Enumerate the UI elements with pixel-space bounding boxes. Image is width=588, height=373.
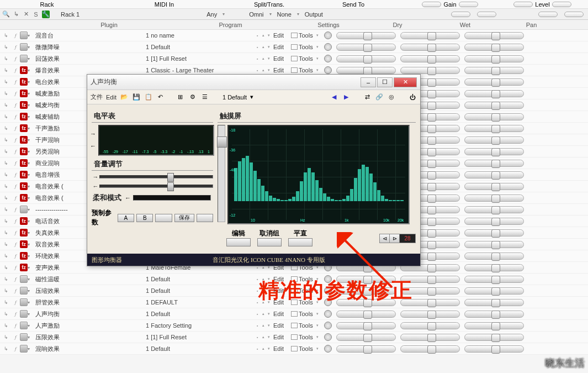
program-name[interactable]: 1 Default [144, 311, 257, 317]
route-icon[interactable]: ↳ [2, 298, 10, 307]
gear-icon[interactable]: ⚙ [188, 93, 197, 102]
pan-slider[interactable] [464, 136, 524, 144]
settings-icon[interactable] [291, 56, 298, 61]
plugin-name[interactable]: 磁性温暖 [33, 275, 144, 283]
route-icon[interactable]: ↳ [2, 43, 10, 51]
fx-icon[interactable]: 𝑓 [12, 78, 20, 86]
route-icon[interactable]: ↳ [2, 148, 10, 156]
pan-slider[interactable] [464, 32, 524, 39]
pan-slider[interactable] [464, 299, 524, 306]
preset-name[interactable]: 1 Default [223, 94, 247, 101]
tools-link[interactable]: Tools [299, 287, 316, 294]
wet-slider[interactable] [400, 276, 460, 283]
plugin-icon[interactable] [20, 31, 28, 39]
dry-knob[interactable] [324, 333, 332, 341]
fx-icon[interactable]: 𝑓 [12, 136, 20, 144]
save-button[interactable]: 保存 [174, 214, 194, 222]
dry-slider[interactable] [336, 67, 396, 74]
close-button[interactable]: ✕ [394, 77, 417, 87]
titlebar[interactable]: 人声均衡 – ☐ ✕ [87, 75, 420, 90]
pan-slider[interactable] [464, 183, 524, 190]
fz-badge[interactable]: fz [20, 217, 28, 225]
tools-link[interactable]: Tools [299, 322, 316, 329]
chevron-down-icon[interactable]: ▾ [28, 184, 33, 189]
plugin-icon[interactable] [20, 310, 28, 318]
tool-icon[interactable]: 🔧 [42, 10, 50, 18]
route-icon[interactable]: ↳ [2, 252, 10, 260]
settings-icon[interactable] [291, 33, 298, 38]
dry-slider[interactable] [336, 311, 396, 318]
link-icon[interactable]: 🔗 [375, 93, 384, 102]
pan-slider[interactable] [464, 125, 524, 132]
chevron-down-icon[interactable]: ▾ [28, 172, 33, 177]
fz-badge[interactable]: fz [20, 252, 28, 260]
chevron-down-icon[interactable]: ▾ [28, 56, 33, 61]
menu-edit[interactable]: Edit [106, 94, 116, 101]
route-icon[interactable]: ↳ [2, 113, 10, 121]
edit-link[interactable]: Edit [273, 67, 290, 73]
chevron-down-icon[interactable]: ▾ [28, 91, 33, 96]
chevron-down-icon[interactable]: ▾ [28, 68, 33, 73]
plugin-icon[interactable] [20, 298, 28, 306]
prev-icon[interactable]: ◀ [330, 93, 338, 102]
power-icon[interactable]: ⏻ [408, 93, 417, 102]
route-icon[interactable]: ↳ [2, 322, 10, 330]
fz-badge[interactable]: fz [20, 113, 28, 120]
chevron-down-icon[interactable]: ▾ [28, 230, 33, 235]
disp-prev[interactable]: ⊲ [380, 234, 390, 243]
maximize-button[interactable]: ☐ [377, 77, 393, 87]
route-icon[interactable]: ↳ [2, 206, 10, 214]
fz-badge[interactable]: fz [20, 182, 28, 190]
wet-slider[interactable] [400, 67, 460, 74]
pan-slider[interactable] [464, 160, 524, 167]
open-icon[interactable]: 📂 [120, 93, 129, 102]
gain-slider[interactable] [477, 12, 496, 17]
fz-badge[interactable]: fz [20, 78, 28, 86]
program-name[interactable]: 1 Default [144, 287, 257, 294]
dots-icon[interactable]: ▪ [257, 45, 262, 49]
pan-slider[interactable] [464, 55, 524, 62]
dry-knob[interactable] [324, 55, 332, 62]
fz-badge[interactable]: fz [20, 194, 28, 202]
pan-slider[interactable] [464, 345, 524, 353]
spacer-button[interactable] [155, 214, 172, 222]
program-name[interactable]: 1 Default [144, 276, 257, 282]
chevron-down-icon[interactable]: ▾ [28, 33, 33, 38]
edit-link[interactable]: Edit [273, 276, 290, 282]
wet-slider[interactable] [400, 334, 460, 341]
dry-knob[interactable] [324, 310, 332, 318]
route-icon[interactable]: ↳ [2, 194, 10, 202]
fz-badge[interactable]: fz [20, 240, 28, 248]
program-name[interactable]: 1 no name [144, 32, 257, 39]
fz-badge[interactable]: fz [20, 229, 28, 237]
dd-none[interactable]: None [274, 11, 295, 18]
pan-slider[interactable] [464, 102, 524, 109]
pan-slider[interactable] [464, 229, 524, 237]
dry-slider[interactable] [336, 322, 396, 329]
pan-slider[interactable] [464, 276, 524, 283]
pan-slider[interactable] [464, 322, 524, 329]
fx-icon[interactable]: 𝑓 [12, 31, 20, 40]
fx-icon[interactable]: 𝑓 [12, 66, 20, 75]
fx-icon[interactable]: 𝑓 [12, 55, 20, 63]
program-name[interactable]: 1 Default [144, 345, 257, 352]
route-icon[interactable]: ↳ [2, 229, 10, 237]
pan-slider[interactable] [464, 241, 524, 248]
ab-icon[interactable]: ⇄ [363, 93, 372, 102]
plugin-icon[interactable] [20, 287, 28, 295]
dd-output[interactable]: Output [301, 11, 326, 18]
plugin-name[interactable]: 胆管效果 [33, 298, 144, 307]
pan-slider[interactable] [464, 78, 524, 86]
tools-link[interactable]: Tools [299, 32, 316, 39]
preset-a-button[interactable]: A [118, 214, 134, 222]
chevron-down-icon[interactable]: ▾ [28, 254, 33, 259]
pan-slider[interactable] [464, 253, 524, 260]
program-name[interactable]: 1 DEFAULT [144, 299, 257, 306]
fx-icon[interactable]: 𝑓 [12, 275, 20, 283]
flat-button[interactable] [288, 238, 312, 246]
fx-icon[interactable]: 𝑓 [12, 287, 20, 295]
pan-slider[interactable] [464, 195, 524, 202]
grid-icon[interactable]: ⊞ [176, 93, 185, 102]
plugin-icon[interactable] [20, 322, 28, 329]
route-icon[interactable]: ↳ [2, 264, 10, 272]
